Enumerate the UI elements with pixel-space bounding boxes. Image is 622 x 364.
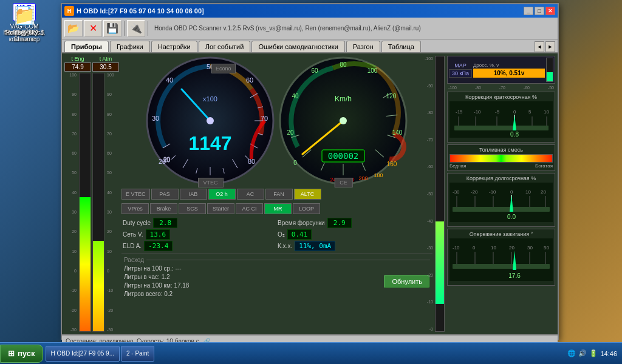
tab-grafiki[interactable]: Графики [110,41,150,52]
ignition-title: Опережение зажигания ° [449,231,553,237]
litry100sr-label: Литры на 100 ср.: [124,265,174,272]
litryvchas-row: Литры в час: 1.2 [124,274,189,280]
dross-bar [546,58,553,82]
tab-nav-next[interactable]: ► [545,41,555,52]
svg-text:120: 120 [386,93,397,99]
taskbar-item-obd[interactable]: H OBD Id:[27 F9 05 9... [46,346,120,362]
kxx-row: К.х.х. 11%, 0mA [278,241,431,251]
vtec-btn[interactable]: VTEC [197,178,223,187]
svg-text:10: 10 [544,109,549,115]
tab-oshibki[interactable]: Ошибки самодиагностики [251,41,344,52]
altc-btn[interactable]: ALTC [294,189,321,200]
vtec-button[interactable]: VTEC [197,176,223,187]
econo-button[interactable]: Econo [211,64,236,73]
short-correction-gauge: -15 -10 -5 0 5 10 [449,101,553,138]
svg-text:140: 140 [392,129,403,136]
starter-btn[interactable]: Starter [207,203,234,214]
litry100km-value: 17.18 [174,282,189,289]
map-section: MAP 30 кПа [449,62,472,78]
vpres-btn[interactable]: VPres [121,203,149,214]
evtec-btn[interactable]: E VTEC [121,189,150,200]
temp-labels-row: t Eng t Atm [64,56,119,62]
svg-text:0.0: 0.0 [507,214,516,220]
tab-tablica[interactable]: Таблица [381,41,421,52]
fuel-mix-panel: Топливная смесь Бедная Богатая [447,144,555,171]
svg-text:20: 20 [159,158,166,165]
reset-button[interactable]: Обнулить [384,275,430,288]
toolbar-connect-button[interactable]: 🔌 [127,20,145,37]
toolbar-stop-button[interactable]: ✕ [84,20,102,37]
desktop-icon-politsey[interactable]: 📁 Politsey sky... [3,3,46,36]
kxx-label: К.х.х. [278,243,292,249]
svg-text:20: 20 [287,129,294,136]
o2h-btn[interactable]: O2 h [208,189,236,200]
svg-text:20: 20 [509,245,514,251]
tatm-bar-fill [93,241,104,331]
svg-text:-30: -30 [453,189,460,195]
right-panel: MAP 30 кПа Дросс. %, v 10%, 0.51v -100-8… [447,56,555,332]
ac-btn[interactable]: AC [237,189,264,200]
toolbar-open-button[interactable]: 📂 [64,20,83,37]
dross-section: Дросс. %, v 10%, 0.51v [473,62,545,78]
mr-btn[interactable]: MR [264,203,292,214]
tab-log[interactable]: Лог событий [199,41,251,52]
acci-btn[interactable]: AC CI [236,203,263,214]
ce-button-container: CE [334,176,353,187]
taskbar-tray: 🌐 🔊 🔋 14:46 [562,349,622,357]
raskhod-section: Расход Литры на 100 ср.: --- Литры в час… [121,254,432,300]
svg-text:30: 30 [527,245,533,251]
start-button[interactable]: ⊞ пуск [0,345,43,363]
window-titlebar: H H OBD Id:[27 F9 05 97 04 10 34 00 06 0… [62,4,558,18]
desktop: 🖥️ Мой компьютер 🌐 Google Chrome 📄 OoQE_… [0,0,622,364]
indicators-row2: VPres Brake SCS Starter AC CI MR LOOP [121,202,432,215]
pas-btn[interactable]: PAS [151,189,179,200]
taskbar-item-paint[interactable]: 2 - Paint [121,346,154,362]
ignition-gauge: -10 0 10 20 30 50 [449,238,553,281]
svg-text:5: 5 [528,109,531,115]
brake-btn[interactable]: Brake [150,203,177,214]
tab-razgon[interactable]: Разгон [346,41,380,52]
o2-label: O₂ [278,231,285,238]
minimize-button[interactable]: _ [524,7,533,15]
setv-label: Сеть V. [123,231,143,238]
tab-nav-prev[interactable]: ◄ [535,41,544,52]
long-correction-title: Коррекция долгосрочная % [449,175,553,181]
short-correction-title: Коррекция краткосрочная % [449,94,553,100]
main-content: t Eng t Atm 74.9 30.5 100908070605040302… [62,53,558,334]
scs-btn[interactable]: SCS [179,203,206,214]
titlebar-left: H H OBD Id:[27 F9 05 97 04 10 34 00 06 0… [64,6,204,16]
svg-rect-67 [454,126,549,130]
svg-rect-70 [449,183,553,222]
duty-cycle-row: Duty cycle 2.8 [123,218,276,228]
iab-btn[interactable]: IAB [180,189,207,200]
tab-pribory[interactable]: Приборы [64,41,109,52]
ce-btn[interactable]: CE [334,178,353,187]
toolbar-save-button[interactable]: 💾 [103,20,121,37]
svg-text:-20: -20 [471,189,478,195]
maximize-button[interactable]: □ [535,7,544,15]
fan-btn[interactable]: FAN [265,189,293,200]
close-button[interactable]: ✕ [545,7,555,15]
litrovvsego-row: Литров всего: 0.2 [124,291,189,297]
svg-rect-99 [453,264,550,269]
svg-rect-83 [453,207,550,212]
svg-text:000002: 000002 [328,151,359,161]
svg-text:50: 50 [544,245,549,251]
svg-text:160: 160 [387,161,397,167]
loop-btn[interactable]: LOOP [293,203,320,214]
long-correction-gauge: -30 -20 -10 0 10 20 0.0 [449,183,553,222]
raskhod-title: Расход [124,257,430,263]
svg-text:-10: -10 [489,189,496,195]
svg-text:30: 30 [152,115,159,122]
litry100km-label: Литры на 100 км: [124,282,173,289]
desktop-icon-korzina[interactable]: 🗑️ Корзина [619,3,622,36]
svg-rect-54 [449,101,553,138]
tab-nastroyki[interactable]: Настройки [151,41,197,52]
indicators-row1: E VTEC PAS IAB O2 h AC FAN ALTC [121,187,432,201]
raskhod-fields: Литры на 100 ср.: --- Литры в час: 1.2 Л… [124,265,189,297]
map-bar-fill [436,221,444,304]
teng-bar-fill [80,197,91,331]
dross-label: Дросс. %, v [473,62,545,68]
tatm-value: 30.5 [92,62,119,72]
svg-text:80: 80 [340,61,347,68]
